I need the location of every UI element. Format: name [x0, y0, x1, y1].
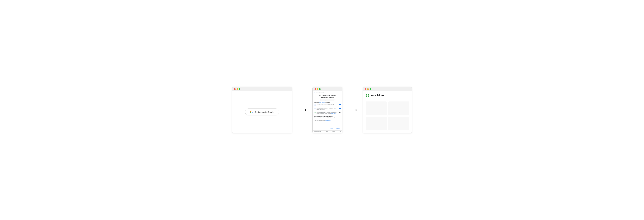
svg-rect-6 [315, 112, 316, 113]
learn-more-link[interactable]: Learn more [332, 113, 336, 114]
auth-dialog-header: Sign in with Google [312, 91, 342, 94]
arrow-2 [348, 108, 358, 112]
dot-yellow-1 [236, 88, 238, 90]
dot-yellow-2 [317, 88, 318, 90]
svg-rect-5 [315, 112, 315, 113]
trust-section: Make sure you trust the installed Add-On… [314, 116, 341, 123]
cancel-button[interactable]: Cancel [329, 128, 334, 130]
svg-rect-11 [366, 94, 367, 95]
permission-row-2: See your personal info, including any pe… [314, 108, 341, 111]
continue-with-google-button[interactable]: Continue with Google [245, 108, 279, 115]
continue-button[interactable]: Continue [335, 128, 341, 130]
arrow-1-svg [298, 108, 307, 112]
flow-container: Continue with Google [227, 87, 417, 133]
google-g-small-icon [314, 92, 315, 93]
email-icon [322, 99, 322, 100]
arrow-2-svg [348, 108, 358, 112]
toolbar-3 [363, 87, 412, 91]
classroom-icon [314, 112, 316, 113]
checkmark-icon-1 [340, 104, 340, 105]
browser-window-2: Sign in with Google Your Add-On! wants a… [312, 87, 342, 133]
footer-help-link[interactable]: Help [326, 131, 328, 132]
toolbar-2 [312, 87, 342, 91]
addon-logo-icon [366, 93, 369, 97]
footer-privacy-link[interactable]: Privacy [332, 131, 335, 132]
dot-green-1 [239, 88, 240, 90]
privacy-policy-link[interactable]: Privacy Policy [320, 122, 324, 123]
addon-card-3 [366, 117, 387, 131]
auth-body: Your Add-On! wants access to your Google… [312, 94, 342, 127]
auth-actions: Cancel Continue [312, 127, 342, 131]
share-data-link[interactable]: share data safely [325, 120, 331, 121]
browser-window-1: Continue with Google [232, 87, 292, 133]
auth-footer: English (United States) ▾ Help Privacy T… [312, 131, 342, 133]
trust-text-2: Learn how Google helps you share data sa… [314, 120, 341, 121]
dot-green-2 [319, 88, 321, 90]
svg-point-3 [315, 105, 315, 105]
permission-row-1: Associate you with your personal info on… [314, 104, 341, 107]
addon-body [363, 99, 412, 133]
browser-content-2: Sign in with Google Your Add-On! wants a… [312, 91, 342, 133]
person-icon-2 [315, 108, 316, 109]
permission-icon-3 [314, 112, 316, 114]
permission-checkbox-2[interactable] [340, 108, 341, 109]
permission-text-3: See, create, and update its own attachme… [316, 112, 339, 114]
footer-language: English (United States) ▾ [314, 131, 322, 132]
addon-header: Your Add-on [363, 91, 412, 99]
svg-rect-8 [315, 113, 316, 113]
addon-link[interactable]: your Add-On [320, 102, 325, 103]
svg-marker-10 [356, 109, 358, 111]
permission-row-3: See, create, and update its own attachme… [314, 112, 341, 115]
google-g-icon [250, 111, 253, 113]
svg-rect-12 [368, 94, 369, 95]
dot-yellow-3 [367, 88, 369, 90]
browser-content-1: Continue with Google [232, 91, 292, 133]
permission-text-2: See your personal info, including any pe… [316, 108, 339, 110]
svg-rect-7 [315, 113, 315, 113]
dot-red-2 [314, 88, 316, 90]
auth-header-label: Sign in with Google [316, 92, 324, 93]
auth-subtitle: Select what your Add-On can access [314, 102, 341, 103]
trust-text-3: See Kahoot!'s Privacy Policy and Terms o… [314, 122, 341, 123]
continue-with-google-label: Continue with Google [254, 111, 274, 113]
arrow-1 [298, 108, 307, 112]
browser-window-3: Your Add-on [363, 87, 412, 133]
addon-card-2 [388, 101, 409, 115]
terms-of-service-link[interactable]: Terms of Service [326, 122, 332, 123]
auth-email: user@schoolDomain.com [323, 99, 333, 100]
auth-dialog: Sign in with Google Your Add-On! wants a… [312, 91, 342, 133]
google-account-link[interactable]: Google Account [325, 119, 331, 119]
checkmark-icon-2 [340, 108, 340, 109]
permission-text-1: Associate you with your personal info on… [316, 104, 339, 105]
auth-email-pill: user@schoolDomain.com [320, 99, 334, 101]
trust-text-1: You may be sharing sensitive info with t… [314, 117, 341, 120]
auth-title: Your Add-On! wants access to your Google… [314, 95, 341, 98]
svg-point-2 [322, 100, 322, 100]
svg-marker-1 [305, 109, 307, 111]
trust-title: Make sure you trust the installed Add-On… [314, 116, 341, 117]
dot-red-3 [365, 88, 366, 90]
svg-rect-14 [368, 95, 369, 97]
svg-point-4 [315, 108, 315, 109]
dot-red-1 [234, 88, 236, 90]
addon-card-1 [366, 101, 387, 115]
permission-icon-2 [314, 108, 316, 109]
svg-rect-13 [366, 95, 367, 97]
addon-card-4 [388, 117, 409, 131]
permission-checkbox-3[interactable] [340, 112, 341, 113]
permission-icon-1 [314, 104, 316, 106]
browser-content-3: Your Add-on [363, 91, 412, 133]
toolbar-1 [232, 87, 292, 91]
dot-green-3 [370, 88, 371, 90]
addon-title: Your Add-on [371, 94, 385, 97]
person-icon-1 [315, 105, 316, 106]
permission-checkbox-1[interactable] [340, 104, 341, 105]
footer-terms-link[interactable]: Terms [339, 131, 341, 132]
